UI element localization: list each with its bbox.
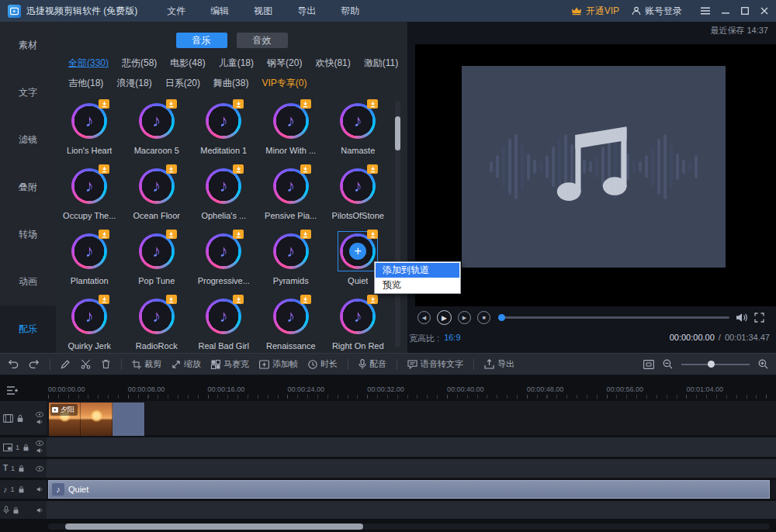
music-item[interactable]: ♪ + Ophelia's ... — [190, 167, 258, 220]
music-item[interactable]: ♪ + Real Bad Girl — [190, 297, 258, 351]
timeline-ruler[interactable]: 00:00:00.0000:00:08.0000:00:16.0000:00:2… — [48, 385, 766, 393]
music-item[interactable]: ♪ + Pop Tune — [123, 232, 191, 285]
sidebar-item[interactable]: 配乐 — [0, 306, 56, 353]
split-button[interactable] — [81, 359, 91, 369]
music-disc[interactable]: ♪ + — [204, 167, 243, 206]
download-badge-icon[interactable] — [367, 99, 378, 109]
login-button[interactable]: 账号登录 — [632, 5, 682, 18]
prev-frame-button[interactable]: ◀ — [417, 311, 431, 324]
music-disc[interactable]: ♪ + — [338, 232, 377, 271]
mute-icon[interactable] — [36, 507, 43, 513]
menu-item[interactable]: 编辑 — [198, 0, 241, 22]
category-filter[interactable]: 吉他(18) — [68, 77, 103, 90]
lock-icon[interactable] — [18, 485, 25, 493]
music-disc[interactable]: ♪ + — [204, 297, 243, 336]
music-disc[interactable]: ♪ + — [338, 167, 377, 206]
download-badge-icon[interactable] — [166, 295, 177, 304]
download-badge-icon[interactable] — [300, 164, 311, 174]
music-item[interactable]: ♪ + Namaste — [324, 102, 392, 155]
music-disc[interactable]: ♪ + — [70, 167, 109, 206]
mute-icon[interactable] — [36, 447, 43, 454]
pip-track-lane[interactable] — [47, 437, 776, 457]
music-disc[interactable]: ♪ + — [70, 102, 109, 140]
download-badge-icon[interactable] — [99, 164, 109, 174]
stop-button[interactable]: ■ — [477, 311, 490, 324]
music-disc[interactable]: ♪ + — [204, 232, 243, 271]
music-item[interactable]: ♪ + Plantation — [56, 232, 123, 285]
zoom-button[interactable]: 缩放 — [171, 358, 201, 370]
crop-button[interactable]: 裁剪 — [132, 358, 161, 370]
music-item[interactable]: ♪ + Right On Red — [324, 297, 392, 351]
visibility-icon[interactable] — [36, 412, 43, 417]
category-filter[interactable]: 日系(20) — [165, 77, 200, 90]
library-tab[interactable]: 音效 — [237, 33, 288, 48]
library-scrollbar-thumb[interactable] — [395, 116, 400, 150]
zoom-in-icon[interactable] — [758, 359, 768, 369]
music-disc[interactable]: ♪ + — [272, 167, 310, 206]
vip-button[interactable]: 开通VIP — [571, 5, 619, 18]
download-badge-icon[interactable] — [300, 230, 311, 239]
music-disc[interactable]: ♪ + — [272, 232, 310, 271]
mute-icon[interactable] — [36, 486, 43, 492]
music-item[interactable]: ♪ + Renaissance — [258, 297, 325, 351]
seek-bar[interactable] — [500, 316, 729, 319]
library-tab[interactable]: 音乐 — [176, 33, 227, 48]
download-badge-icon[interactable] — [367, 230, 378, 239]
timeline-zoom-slider[interactable] — [681, 364, 750, 365]
category-filter[interactable]: 激励(11) — [364, 57, 398, 70]
music-disc[interactable]: ♪ + — [70, 297, 109, 336]
category-filter[interactable]: VIP专享(0) — [262, 77, 307, 90]
download-badge-icon[interactable] — [300, 295, 311, 304]
music-item[interactable]: ♪ + Pyramids — [258, 232, 325, 285]
visibility-icon[interactable] — [36, 466, 43, 472]
category-filter[interactable]: 儿童(18) — [219, 57, 254, 70]
visibility-icon[interactable] — [36, 440, 43, 446]
download-badge-icon[interactable] — [367, 164, 378, 174]
download-badge-icon[interactable] — [166, 230, 177, 239]
music-disc[interactable]: ♪ + — [137, 102, 176, 140]
library-scrollbar[interactable] — [395, 101, 400, 347]
category-filter[interactable]: 电影(48) — [170, 57, 205, 70]
music-disc[interactable]: ♪ + — [272, 297, 310, 336]
context-menu-item[interactable]: 预览 — [376, 278, 459, 292]
lock-icon[interactable] — [18, 465, 25, 472]
undo-button[interactable] — [8, 359, 19, 369]
category-filter[interactable]: 浪漫(18) — [116, 77, 151, 90]
delete-button[interactable] — [101, 359, 111, 369]
music-disc[interactable]: ♪ + — [338, 102, 377, 140]
music-item[interactable]: ♪ + Macaroon 5 — [123, 102, 191, 155]
video-clip[interactable]: 夕阳 — [48, 402, 145, 437]
audio-clip[interactable]: ♪ Quiet — [48, 480, 770, 499]
menu-item[interactable]: 文件 — [154, 0, 198, 22]
music-disc[interactable]: ♪ + — [137, 232, 176, 271]
sidebar-item[interactable]: 文字 — [0, 69, 56, 116]
music-disc[interactable]: ♪ + — [338, 297, 377, 336]
music-item[interactable]: ♪ + Lion's Heart — [56, 102, 123, 155]
play-button[interactable]: ▶ — [437, 310, 452, 325]
music-disc[interactable]: ♪ + — [272, 102, 310, 140]
menu-item[interactable]: 导出 — [285, 0, 328, 22]
hamburger-menu-icon[interactable] — [701, 7, 710, 15]
download-badge-icon[interactable] — [233, 99, 244, 109]
add-track-button[interactable] — [6, 385, 19, 396]
timeline-scrollbar[interactable] — [48, 523, 770, 530]
sidebar-item[interactable]: 动画 — [0, 258, 56, 306]
music-item[interactable]: ♪ + Meditation 1 — [190, 102, 258, 155]
context-menu-item[interactable]: 添加到轨道 — [376, 263, 459, 278]
redo-button[interactable] — [29, 359, 40, 369]
lock-icon[interactable] — [23, 444, 29, 451]
minimize-button[interactable] — [722, 7, 729, 15]
menu-item[interactable]: 帮助 — [328, 0, 372, 22]
close-button[interactable] — [760, 7, 768, 15]
lock-icon[interactable] — [16, 414, 24, 423]
category-filter[interactable]: 全部(330) — [68, 57, 109, 70]
download-badge-icon[interactable] — [166, 164, 177, 174]
download-badge-icon[interactable] — [300, 99, 311, 109]
music-item[interactable]: ♪ + Progressive... — [190, 232, 258, 285]
fit-timeline-icon[interactable] — [643, 360, 654, 369]
menu-item[interactable]: 视图 — [241, 0, 285, 22]
music-item[interactable]: ♪ + Minor With ... — [258, 102, 325, 155]
download-badge-icon[interactable] — [367, 295, 378, 304]
voice-track-lane[interactable] — [47, 501, 776, 519]
download-badge-icon[interactable] — [233, 164, 244, 174]
